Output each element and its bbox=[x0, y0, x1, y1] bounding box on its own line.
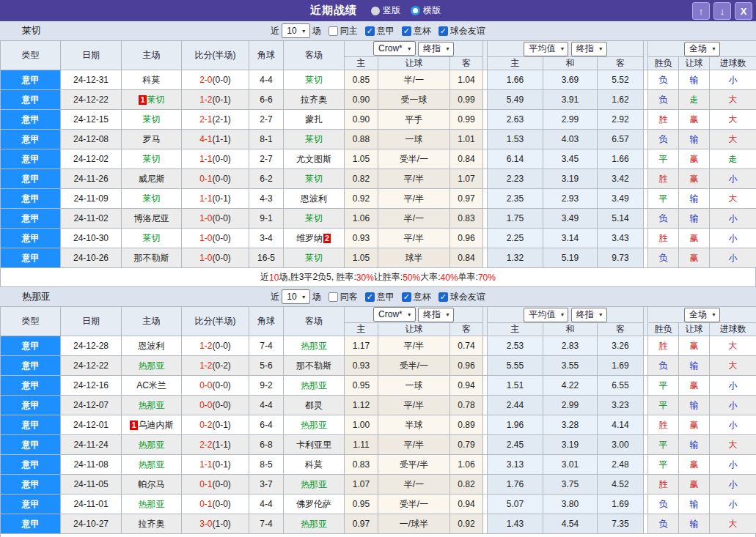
cell-odds-home: 0.90 bbox=[345, 90, 378, 110]
cell-result-handicap: 赢 bbox=[679, 336, 710, 356]
odds-time-select-2[interactable]: 终指▼ bbox=[571, 308, 607, 322]
radio-unselected-icon[interactable] bbox=[371, 7, 380, 15]
cell-handicap: 一球 bbox=[378, 376, 450, 396]
section-controls: 莱切 近 10▼ 场 同主 意甲 意杯 球会友谊 bbox=[0, 21, 756, 40]
cell-result-goals: 小 bbox=[710, 248, 756, 268]
home-team-name: 恩波利 bbox=[139, 341, 165, 351]
summary-part: 30% bbox=[356, 273, 374, 283]
cell-away-team: 都灵 bbox=[284, 396, 345, 415]
home-team-name: 莱切 bbox=[143, 154, 161, 164]
cell-avg-draw: 3.19 bbox=[543, 169, 598, 189]
odds-time-select-2[interactable]: 终指▼ bbox=[571, 42, 607, 56]
cell-league: 意甲 bbox=[1, 435, 61, 455]
average-select[interactable]: 平均值▼ bbox=[524, 308, 568, 322]
horizontal-layout-radio[interactable]: 横版 bbox=[411, 4, 441, 17]
cell-score: 2-1(2-1) bbox=[182, 110, 249, 130]
close-button[interactable]: X bbox=[735, 2, 752, 20]
col-subheader-goals: 进球数 bbox=[710, 323, 756, 336]
cell-corners: 8-5 bbox=[249, 455, 284, 475]
cell-avg-away: 3.42 bbox=[598, 169, 644, 189]
cell-odds-home: 0.95 bbox=[345, 376, 378, 396]
cell-date: 24-12-02 bbox=[61, 149, 122, 169]
cell-odds-away: 0.79 bbox=[450, 435, 483, 455]
cell-odds-home: 0.83 bbox=[345, 455, 378, 475]
serie-a-checkbox[interactable] bbox=[365, 26, 375, 36]
average-select[interactable]: 平均值▼ bbox=[524, 42, 568, 56]
fulltime-select[interactable]: 全场▼ bbox=[684, 42, 720, 56]
fulltime-score: 0-0 bbox=[199, 380, 212, 390]
cell-avg-draw: 3.01 bbox=[543, 455, 598, 475]
summary-part: 70% bbox=[478, 273, 496, 283]
italy-cup-checkbox[interactable] bbox=[402, 26, 411, 36]
cell-avg-draw: 3.14 bbox=[543, 229, 598, 248]
fulltime-score: 1-1 bbox=[199, 459, 212, 470]
cell-league: 意甲 bbox=[1, 149, 61, 169]
scroll-up-button[interactable]: ↑ bbox=[692, 2, 710, 20]
odds-time-select[interactable]: 终指▼ bbox=[418, 308, 454, 322]
halftime-score: (0-0) bbox=[213, 154, 231, 164]
cell-corners: 5-6 bbox=[249, 356, 284, 376]
match-row: 意甲24-12-16AC米兰0-0(0-0)9-2热那亚0.95一球0.941.… bbox=[1, 376, 756, 396]
cell-result-handicap: 赢 bbox=[679, 110, 710, 130]
fulltime-score: 2-1 bbox=[199, 114, 212, 125]
cell-league: 意甲 bbox=[1, 455, 61, 475]
home-team-name: 拉齐奥 bbox=[139, 519, 165, 529]
cell-avg-draw: 4.54 bbox=[543, 514, 598, 534]
col-header-home: 主场 bbox=[122, 41, 182, 70]
cell-corners: 6-6 bbox=[249, 90, 284, 110]
club-friendly-checkbox[interactable] bbox=[438, 292, 448, 302]
home-team-name: 热那亚 bbox=[139, 400, 165, 410]
same-venue-checkbox[interactable] bbox=[329, 26, 338, 36]
cell-league: 意甲 bbox=[1, 415, 61, 435]
cell-result-goals: 大 bbox=[710, 336, 756, 356]
match-row: 意甲24-12-011乌迪内斯0-2(0-1)6-4热那亚1.00半球0.891… bbox=[1, 415, 756, 435]
average-select-cell: 平均值▼ 终指▼ bbox=[488, 307, 644, 323]
cell-corners: 4-4 bbox=[249, 396, 284, 415]
halftime-score: (0-1) bbox=[213, 193, 231, 204]
cell-date: 24-12-22 bbox=[61, 356, 122, 376]
table-body: 意甲24-12-31科莫2-0(0-0)4-4莱切0.85半/一1.041.66… bbox=[1, 70, 756, 268]
same-venue-checkbox[interactable] bbox=[329, 292, 338, 302]
cell-odds-away: 0.89 bbox=[450, 415, 483, 435]
cell-avg-home: 1.32 bbox=[488, 248, 543, 268]
italy-cup-checkbox[interactable] bbox=[402, 292, 411, 302]
cell-away-team: 热那亚 bbox=[284, 336, 345, 356]
match-row: 意甲24-12-15莱切2-1(2-1)2-7蒙扎0.90平手0.992.632… bbox=[1, 110, 756, 130]
cell-odds-away: 1.06 bbox=[450, 455, 483, 475]
match-count-select[interactable]: 10▼ bbox=[282, 23, 309, 38]
cell-result-handicap: 赢 bbox=[679, 415, 710, 435]
vertical-layout-radio[interactable]: 竖版 bbox=[371, 4, 400, 17]
cell-odds-away: 1.04 bbox=[450, 70, 483, 90]
col-header-date: 日期 bbox=[61, 41, 122, 70]
cell-result-wdl: 平 bbox=[648, 149, 679, 169]
radio-selected-icon[interactable] bbox=[411, 6, 420, 15]
cell-odds-home: 1.12 bbox=[345, 396, 378, 415]
cell-avg-away: 3.23 bbox=[598, 396, 644, 415]
bookmaker-select-cell: Crow*▼ 终指▼ bbox=[345, 307, 483, 323]
record-summary: 近10场,胜3平2负5, 胜率:30% 让胜率:50% 大率:40% 单率:70… bbox=[0, 268, 756, 287]
halftime-score: (0-0) bbox=[213, 400, 231, 410]
cell-date: 24-12-07 bbox=[61, 396, 122, 415]
bookmaker-select[interactable]: Crow*▼ bbox=[373, 41, 416, 56]
summary-part: 10 bbox=[269, 273, 279, 283]
scroll-down-button[interactable]: ↓ bbox=[713, 2, 731, 20]
fulltime-select[interactable]: 全场▼ bbox=[684, 308, 720, 322]
cell-result-handicap: 赢 bbox=[679, 169, 710, 189]
cell-result-wdl: 负 bbox=[648, 514, 679, 534]
cell-result-handicap: 输 bbox=[679, 495, 710, 514]
cell-date: 24-11-24 bbox=[61, 435, 122, 455]
bookmaker-select[interactable]: Crow*▼ bbox=[373, 307, 416, 322]
match-count-select[interactable]: 10▼ bbox=[282, 289, 309, 304]
cell-away-team: 热那亚 bbox=[284, 415, 345, 435]
odds-time-select[interactable]: 终指▼ bbox=[418, 42, 454, 56]
cell-odds-home: 0.82 bbox=[345, 169, 378, 189]
cell-avg-draw: 4.03 bbox=[543, 130, 598, 149]
team-name: 莱切 bbox=[22, 24, 41, 37]
cell-league: 意甲 bbox=[1, 229, 61, 248]
col-subheader-avg-draw: 和 bbox=[543, 323, 598, 336]
cell-odds-away: 1.07 bbox=[450, 169, 483, 189]
cell-corners: 3-7 bbox=[249, 475, 284, 495]
serie-a-label: 意甲 bbox=[377, 25, 394, 37]
serie-a-checkbox[interactable] bbox=[365, 292, 375, 302]
club-friendly-checkbox[interactable] bbox=[438, 26, 448, 36]
